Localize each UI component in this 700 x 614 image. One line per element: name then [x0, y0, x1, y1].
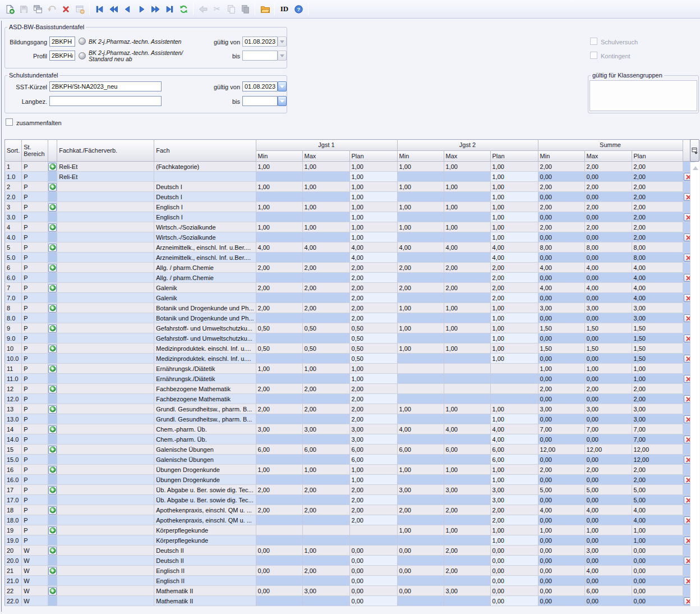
cell-value[interactable]: 2,00 — [349, 495, 397, 505]
zusammenfalten-checkbox[interactable] — [6, 118, 13, 126]
cell-value[interactable]: 2,00 — [490, 505, 538, 515]
cell-value[interactable]: 2,00 — [444, 505, 490, 515]
add-row-button[interactable] — [48, 446, 57, 454]
cell-value[interactable] — [444, 364, 490, 374]
cell-value[interactable]: 0,00 — [490, 556, 538, 566]
add-row-button[interactable] — [48, 163, 57, 171]
add-row-button[interactable] — [48, 284, 57, 292]
cell-value[interactable]: 1,00 — [349, 222, 397, 232]
cell-value[interactable]: 0,00 — [349, 586, 397, 596]
cell-value[interactable] — [444, 384, 490, 394]
cell-value[interactable]: 2,00 — [349, 283, 397, 293]
cell-value[interactable]: 4,00 — [397, 424, 444, 434]
cell-value[interactable]: 2,00 — [302, 384, 349, 394]
bis-field-1[interactable] — [242, 51, 278, 61]
add-row-button[interactable] — [48, 365, 57, 373]
add-row-button[interactable] — [48, 506, 57, 515]
cell-value[interactable]: 3,00 — [302, 424, 349, 434]
table-scrollbar[interactable] — [690, 162, 699, 606]
cell-value[interactable]: 5,00 — [538, 485, 584, 495]
cell-value[interactable]: 3,00 — [349, 424, 397, 434]
cell-value[interactable]: 1,00 — [349, 232, 397, 242]
cell-value[interactable]: 4,00 — [490, 434, 538, 445]
cell-value[interactable]: 2,00 — [632, 182, 683, 192]
cell-value[interactable]: 1,00 — [490, 404, 538, 414]
cell-value[interactable]: 2,00 — [349, 313, 397, 323]
cell-value[interactable]: 0,00 — [632, 566, 683, 576]
cell-value[interactable]: 1,00 — [444, 182, 490, 192]
cell-value[interactable]: 8,00 — [584, 242, 632, 253]
cell-value[interactable]: 1,00 — [397, 202, 444, 212]
cell-value[interactable]: 1,00 — [256, 222, 302, 232]
cell-value[interactable]: 4,00 — [302, 242, 349, 253]
cell-value[interactable]: 4,00 — [538, 505, 584, 515]
cell-value[interactable]: 2,00 — [349, 293, 397, 303]
cell-value[interactable] — [397, 384, 444, 394]
cell-value[interactable]: 1,00 — [397, 162, 444, 172]
cell-value[interactable]: 1,00 — [302, 465, 349, 475]
cell-value[interactable]: 5,00 — [632, 485, 683, 495]
duplicate-record-button[interactable] — [31, 2, 44, 16]
cell-value[interactable]: 1,00 — [397, 465, 444, 475]
cell-value[interactable]: 3,00 — [490, 495, 538, 505]
cell-value[interactable]: 2,00 — [632, 384, 683, 394]
cell-value[interactable] — [490, 364, 538, 374]
nav-next-button[interactable] — [135, 2, 148, 16]
cell-value[interactable]: 0,50 — [256, 323, 302, 333]
cell-value[interactable]: 3,00 — [490, 485, 538, 495]
cell-value[interactable]: 4,00 — [584, 505, 632, 515]
cell-value[interactable]: 2,00 — [584, 202, 632, 212]
help-button[interactable]: ? — [292, 2, 305, 16]
cell-value[interactable]: 1,00 — [256, 465, 302, 475]
cell-value[interactable]: 3,00 — [632, 404, 683, 414]
cell-value[interactable]: 1,00 — [349, 374, 397, 384]
cell-value[interactable]: 1,00 — [444, 525, 490, 535]
cell-value[interactable]: 6,00 — [444, 445, 490, 455]
cell-value[interactable]: 7,00 — [632, 424, 683, 434]
add-row-button[interactable] — [48, 324, 57, 333]
cell-value[interactable]: 0,00 — [256, 566, 302, 576]
cell-value[interactable]: 1,00 — [490, 343, 538, 354]
cell-value[interactable]: 3,00 — [538, 303, 584, 313]
cell-value[interactable]: 2,00 — [302, 485, 349, 495]
cell-value[interactable]: 2,00 — [632, 222, 683, 232]
cell-value[interactable]: 1,00 — [490, 202, 538, 212]
add-row-button[interactable] — [48, 385, 57, 393]
cell-value[interactable]: 2,00 — [538, 222, 584, 232]
cell-value[interactable]: 0,50 — [349, 343, 397, 354]
gueltig-von-dropdown-2[interactable] — [278, 81, 287, 91]
klassengruppen-list[interactable] — [590, 80, 697, 111]
refresh-button[interactable] — [177, 2, 190, 16]
langbez-input[interactable] — [49, 96, 162, 106]
cell-value[interactable]: 1,00 — [490, 232, 538, 242]
cell-value[interactable]: 0,00 — [349, 556, 397, 566]
cell-value[interactable]: 0,50 — [349, 354, 397, 364]
cell-value[interactable]: 2,00 — [302, 283, 349, 293]
cell-value[interactable]: 1,00 — [302, 202, 349, 212]
cell-value[interactable]: 4,00 — [349, 242, 397, 253]
cell-value[interactable]: 0,00 — [490, 546, 538, 556]
cell-value[interactable]: 1,00 — [349, 364, 397, 374]
cell-value[interactable]: 2,00 — [444, 263, 490, 273]
profil-field[interactable] — [49, 51, 75, 61]
cell-value[interactable]: 2,00 — [256, 283, 302, 293]
cell-value[interactable]: 4,00 — [444, 424, 490, 434]
cell-value[interactable]: 2,00 — [349, 303, 397, 313]
add-row-button[interactable] — [48, 264, 57, 272]
cell-value[interactable]: 2,00 — [302, 404, 349, 414]
cell-value[interactable]: 3,00 — [444, 485, 490, 495]
cell-value[interactable]: 1,00 — [538, 525, 584, 535]
cell-value[interactable]: 1,00 — [302, 546, 349, 556]
cell-value[interactable]: 1,00 — [490, 465, 538, 475]
cell-value[interactable]: 2,00 — [397, 263, 444, 273]
cell-value[interactable]: 2,00 — [349, 394, 397, 404]
cell-value[interactable]: 1,00 — [490, 414, 538, 424]
cell-value[interactable]: 12,00 — [538, 445, 584, 455]
cell-value[interactable]: 1,00 — [490, 182, 538, 192]
add-row-button[interactable] — [48, 526, 57, 535]
add-row-button[interactable] — [48, 244, 57, 252]
cell-value[interactable]: 2,00 — [349, 414, 397, 424]
cell-value[interactable]: 1,00 — [349, 212, 397, 222]
cell-value[interactable]: 2,00 — [490, 283, 538, 293]
cell-value[interactable]: 0,00 — [538, 546, 584, 556]
